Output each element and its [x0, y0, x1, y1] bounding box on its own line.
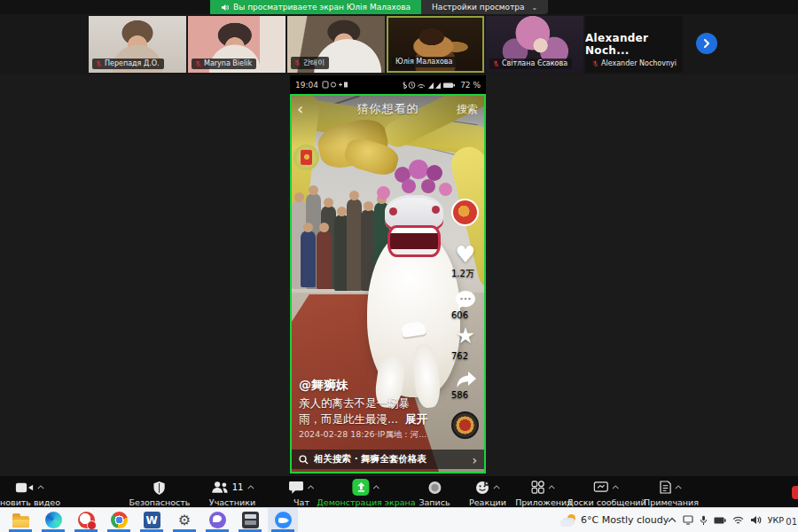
- caption-text: 雨，而是此生最漫...: [299, 412, 398, 427]
- taskbar-word[interactable]: [137, 508, 167, 532]
- participant-name: Світлана Єсакова: [502, 59, 567, 67]
- participants-button[interactable]: 11 Участники: [209, 480, 255, 507]
- lion-eye: [432, 206, 440, 214]
- notes-icon: [661, 481, 672, 494]
- taskbar-notification-app[interactable]: [71, 508, 101, 532]
- next-participants-button[interactable]: [696, 33, 717, 54]
- microphone-icon[interactable]: [700, 515, 708, 526]
- participant-tile-maryna[interactable]: Maryna Bielik: [188, 16, 286, 73]
- whiteboards-button[interactable]: Доски сообщений: [567, 480, 645, 507]
- calculator-icon: [242, 512, 259, 528]
- wifi-icon[interactable]: [732, 516, 744, 525]
- taskbar-file-explorer[interactable]: [5, 508, 35, 532]
- stop-video-button[interactable]: новить видео: [0, 480, 60, 507]
- red-packet-icon[interactable]: [293, 145, 319, 170]
- weather-icon: [560, 514, 575, 527]
- participants-icon: [211, 481, 229, 494]
- crowd-person: [347, 199, 362, 291]
- clock-partial[interactable]: 01: [786, 517, 797, 527]
- video-caption-line2: 雨，而是此生最漫... 展开: [299, 412, 427, 427]
- muted-mic-icon: [592, 60, 598, 67]
- share-arrow-icon[interactable]: [455, 369, 478, 390]
- comment-count: 606: [451, 310, 480, 320]
- taskbar-edge[interactable]: [38, 508, 68, 532]
- participant-tile-alexander[interactable]: Alexander Noch... Alexander Nochovnyi: [585, 16, 683, 73]
- chevron-up-icon[interactable]: [676, 485, 683, 489]
- windows-taskbar: 6°C Mostly cloudy УКР 01: [0, 507, 798, 532]
- phone-time: 19:04: [295, 81, 318, 90]
- camera-icon: [15, 481, 34, 494]
- participant-nametag: Maryna Bielik: [192, 59, 256, 69]
- chevron-up-icon[interactable]: [373, 485, 380, 489]
- apps-icon: [532, 481, 545, 494]
- related-search-bar[interactable]: 相关搜索 · 舞狮全套价格表: [292, 450, 484, 469]
- record-button[interactable]: Запись: [419, 480, 450, 507]
- lion-pompom: [421, 179, 435, 193]
- zoom-icon: [275, 512, 292, 528]
- chevron-up-icon[interactable]: [37, 485, 44, 489]
- battery-icon[interactable]: [714, 517, 726, 524]
- favorite-star-icon[interactable]: [451, 325, 480, 347]
- whiteboard-icon: [593, 481, 608, 494]
- related-search-label: 相关搜索 · 舞狮全套价格表: [314, 453, 466, 466]
- crowd-person-child: [317, 231, 332, 289]
- taskbar-zoom-active[interactable]: [268, 508, 298, 532]
- participant-name: Alexander Nochovnyi: [601, 59, 677, 67]
- participant-tile-perepadia[interactable]: Перепадя Д.О.: [89, 16, 186, 73]
- muted-mic-icon: [493, 60, 499, 67]
- shield-icon: [153, 481, 166, 495]
- participant-display-name: Alexander Noch...: [585, 32, 683, 57]
- chevron-down-icon: ⌄: [532, 4, 538, 12]
- expand-button[interactable]: 展开: [405, 412, 427, 427]
- chevron-up-icon[interactable]: [493, 485, 500, 489]
- zoom-toolbar: новить видео Безопасность 11 Участники Ч…: [0, 476, 798, 507]
- taskbar-settings[interactable]: [169, 508, 200, 532]
- notes-label: Примечания: [644, 497, 699, 507]
- participant-tile-gantaei[interactable]: 간태이: [287, 16, 385, 73]
- chevron-up-icon[interactable]: [246, 485, 254, 489]
- crowd-person-child: [301, 231, 316, 287]
- chevron-up-icon[interactable]: [308, 485, 315, 489]
- participant-name: Перепадя Д.О.: [105, 59, 160, 67]
- related-live-thumbnail[interactable]: [451, 199, 479, 226]
- taskbar-chrome[interactable]: [104, 508, 134, 532]
- notification-icons: [322, 81, 348, 89]
- music-disc[interactable]: [451, 411, 479, 439]
- comment-icon[interactable]: [454, 289, 477, 310]
- hidden-icons-chevron[interactable]: [668, 517, 677, 523]
- speaker-icon[interactable]: [750, 515, 762, 525]
- lion-ear-pompom: [439, 183, 452, 196]
- reactions-button[interactable]: Реакции: [469, 480, 506, 507]
- search-link[interactable]: 搜索: [457, 102, 478, 117]
- participant-tile-svitlana[interactable]: Світлана Єсакова: [486, 16, 583, 73]
- shared-video-content: 猜你想看的 搜索 1.2万 606 762 586 @舞狮妹: [290, 94, 486, 473]
- security-button[interactable]: Безопасность: [129, 480, 191, 507]
- participant-filmstrip: Перепадя Д.О. Maryna Bielik 간태이 Юлія Мал…: [0, 14, 798, 74]
- chevron-up-icon[interactable]: [549, 485, 556, 489]
- participant-tile-yuliia-active-speaker[interactable]: Юлія Малахова: [387, 16, 484, 73]
- chevron-up-icon[interactable]: [612, 485, 619, 489]
- notes-button[interactable]: Примечания: [644, 480, 699, 507]
- view-settings-button[interactable]: Настройки просмотра ⌄: [421, 0, 548, 14]
- lion-pompom: [409, 160, 428, 179]
- taskbar-viber[interactable]: [202, 508, 232, 532]
- like-heart-icon[interactable]: [451, 243, 480, 266]
- share-count: 586: [451, 390, 480, 400]
- red-badge-app-icon: [78, 512, 95, 528]
- stop-video-label: новить видео: [0, 497, 60, 507]
- system-tray: УКР: [668, 508, 784, 532]
- battery-percent: 72 %: [460, 81, 481, 90]
- reactions-label: Реакции: [469, 497, 506, 507]
- apps-button[interactable]: Приложения: [515, 480, 572, 507]
- participant-nametag: 간태이: [291, 57, 329, 69]
- share-screen-button[interactable]: Демонстрация экрана: [317, 480, 415, 507]
- display-icon[interactable]: [683, 515, 693, 525]
- weather-widget[interactable]: 6°C Mostly cloudy: [560, 508, 669, 532]
- video-username[interactable]: @舞狮妹: [299, 378, 348, 394]
- end-meeting-button-partial[interactable]: [792, 486, 798, 499]
- chat-icon: [289, 481, 304, 494]
- taskbar-calculator[interactable]: [235, 508, 265, 532]
- top-strip: Вы просматриваете экран Юлія Малахова На…: [0, 0, 798, 14]
- language-indicator[interactable]: УКР: [768, 515, 784, 525]
- chat-button[interactable]: Чат: [289, 480, 315, 507]
